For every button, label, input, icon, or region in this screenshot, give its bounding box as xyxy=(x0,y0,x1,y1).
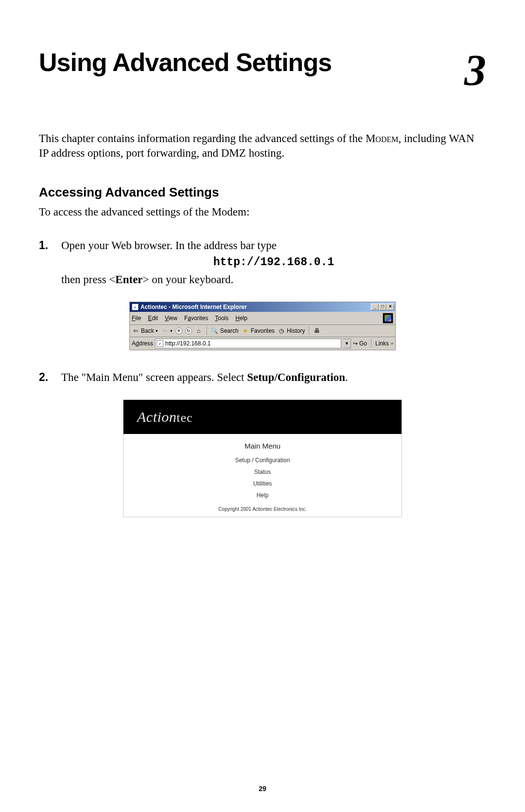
step-1-line2a: then press < xyxy=(61,273,115,286)
chapter-number: 3 xyxy=(464,49,486,92)
menu-favorites[interactable]: Favorites xyxy=(184,315,208,322)
chapter-title: Using Advanced Settings xyxy=(39,49,332,76)
intro-dmz: DMZ xyxy=(221,147,246,159)
close-button[interactable]: × xyxy=(386,304,394,310)
toolbar-separator xyxy=(207,326,207,335)
logo-script: Action xyxy=(137,409,176,425)
menu-edit[interactable]: Edit xyxy=(148,315,158,322)
address-dropdown-icon[interactable]: ▼ xyxy=(343,339,351,348)
intro-text-1: This chapter contains information regard… xyxy=(39,132,366,144)
mainmenu-item-setup[interactable]: Setup / Configuration xyxy=(123,457,402,464)
ie-window-title: Actiontec - Microsoft Internet Explorer xyxy=(140,304,247,310)
step-2-text-b: Setup/Configuration xyxy=(247,371,345,383)
section-heading: Accessing Advanced Settings xyxy=(39,185,486,200)
mainmenu-item-utilities[interactable]: Utilities xyxy=(123,480,402,487)
home-button[interactable]: ⌂ xyxy=(195,327,203,335)
address-label: Address xyxy=(132,340,153,347)
links-chevron-icon[interactable]: » xyxy=(391,341,393,346)
step-2-number: 2. xyxy=(39,370,52,385)
back-label: Back xyxy=(141,327,154,334)
menu-tools[interactable]: Tools xyxy=(215,315,228,322)
step-1-enter: Enter xyxy=(115,273,142,286)
step-1-number: 1. xyxy=(39,238,52,287)
forward-button[interactable]: ⇨ ▾ xyxy=(161,327,173,335)
step-1-url: http://192.168.0.1 xyxy=(61,255,486,270)
chapter-intro: This chapter contains information regard… xyxy=(39,131,486,161)
toolbar-separator-2 xyxy=(309,326,309,335)
print-button[interactable]: 🖶 xyxy=(313,327,321,335)
go-label: Go xyxy=(359,340,367,347)
address-value: http://192.168.0.1 xyxy=(165,340,210,347)
history-label: History xyxy=(287,327,305,334)
stop-button[interactable]: ✕ xyxy=(175,327,182,334)
search-button[interactable]: 🔍 Search xyxy=(211,327,239,335)
history-icon: ◷ xyxy=(278,327,285,335)
step-1: 1. Open your Web browser. In the address… xyxy=(39,238,486,287)
links-label[interactable]: Links xyxy=(375,340,389,347)
logo-reg: tec xyxy=(176,411,192,425)
ie-menubar: File Edit View Favorites Tools Help xyxy=(130,312,395,325)
back-button[interactable]: ⇦ Back ▾ xyxy=(132,327,158,335)
menu-file[interactable]: File xyxy=(132,315,141,322)
ie-app-icon: e xyxy=(132,304,139,310)
history-button[interactable]: ◷ History xyxy=(278,327,305,335)
ie-titlebar: e Actiontec - Microsoft Internet Explore… xyxy=(130,302,395,312)
ie-addressbar: Address e http://192.168.0.1 ▼ ↪ Go Link… xyxy=(130,337,395,350)
menu-help[interactable]: Help xyxy=(235,315,247,322)
mainmenu-header: Actiontec xyxy=(123,400,402,434)
links-separator xyxy=(371,339,371,348)
mainmenu-item-status[interactable]: Status xyxy=(123,469,402,475)
search-icon: 🔍 xyxy=(211,327,219,335)
minimize-button[interactable]: _ xyxy=(371,304,379,310)
maximize-button[interactable]: □ xyxy=(379,304,386,310)
step-2: 2. The "Main Menu" screen appears. Selec… xyxy=(39,370,486,385)
ie-throbber-icon xyxy=(383,313,393,324)
step-1-line2b: > on your keyboard. xyxy=(143,273,234,286)
back-arrow-icon: ⇦ xyxy=(132,327,140,335)
go-button[interactable]: ↪ Go xyxy=(353,340,367,347)
mainmenu-title: Main Menu xyxy=(123,442,402,450)
favorites-button[interactable]: ★ Favorites xyxy=(242,327,275,335)
mainmenu-copyright: Copyright 2001 Actiontec Electronics Inc… xyxy=(123,506,402,512)
page-icon: e xyxy=(157,340,163,347)
go-icon: ↪ xyxy=(353,340,358,347)
step-2-text-c: . xyxy=(345,371,348,383)
favorites-label: Favorites xyxy=(251,327,275,334)
ie-window-figure: e Actiontec - Microsoft Internet Explore… xyxy=(129,302,396,350)
step-2-text-a: The "Main Menu" screen appears. Select xyxy=(61,371,247,383)
page-number: 29 xyxy=(0,785,525,793)
address-input[interactable]: e http://192.168.0.1 xyxy=(155,339,341,348)
mainmenu-item-help[interactable]: Help xyxy=(123,492,402,499)
mainmenu-figure: Actiontec Main Menu Setup / Configuratio… xyxy=(123,399,402,517)
section-intro: To access the advanced settings of the M… xyxy=(39,206,486,218)
intro-text-3: hosting. xyxy=(246,147,284,159)
back-dropdown-icon[interactable]: ▾ xyxy=(156,328,158,333)
refresh-button[interactable]: ↻ xyxy=(185,327,192,334)
forward-arrow-icon: ⇨ xyxy=(161,327,169,335)
ie-toolbar: ⇦ Back ▾ ⇨ ▾ ✕ ↻ ⌂ 🔍 Search ★ Favorites … xyxy=(130,325,395,337)
forward-dropdown-icon[interactable]: ▾ xyxy=(170,328,173,333)
menu-view[interactable]: View xyxy=(165,315,177,322)
step-1-line1: Open your Web browser. In the address ba… xyxy=(61,239,277,252)
search-label: Search xyxy=(220,327,239,334)
favorites-icon: ★ xyxy=(242,327,249,335)
intro-modem: Modem xyxy=(366,132,399,144)
